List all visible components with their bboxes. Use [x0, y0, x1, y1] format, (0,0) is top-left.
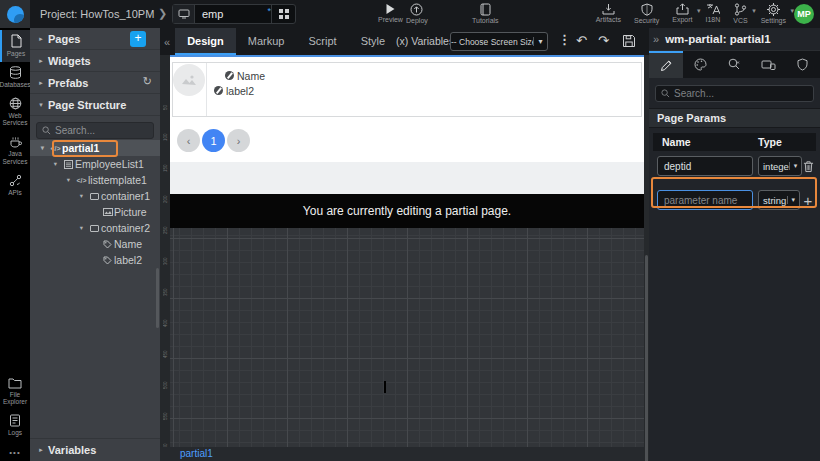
page-params-section-header[interactable]: Page Params — [649, 108, 820, 128]
new-param-name-input[interactable] — [657, 190, 753, 210]
tree-item-listtemplate1[interactable]: ▾ </> listtemplate1 — [30, 172, 160, 188]
tab-properties[interactable] — [649, 51, 683, 78]
chevron-right-icon[interactable]: ❯ — [158, 7, 167, 20]
tab-search-properties[interactable] — [717, 51, 751, 78]
delete-param-button[interactable] — [802, 160, 816, 173]
properties-search[interactable] — [655, 85, 814, 102]
undo-button[interactable]: ↶ — [576, 33, 587, 48]
deploy-icon — [410, 3, 423, 16]
tab-security-roles[interactable] — [786, 51, 820, 78]
tree-arrow-icon[interactable]: ▾ — [75, 192, 88, 200]
rail-item-java-services[interactable]: Java Services — [0, 131, 30, 170]
properties-search-input[interactable] — [674, 88, 794, 99]
deploy-button[interactable]: Deploy — [406, 3, 428, 24]
param-name-input[interactable] — [657, 156, 753, 176]
shield-outline-icon — [797, 58, 808, 71]
tree-item-picture[interactable]: Picture — [30, 204, 160, 220]
rail-item-file-explorer[interactable]: File Explorer — [0, 373, 30, 411]
tree-item-container2[interactable]: ▾ container2 — [30, 220, 160, 236]
new-param-type-select[interactable]: string ▾ — [758, 190, 800, 210]
more-options-icon[interactable]: ••• — [0, 448, 30, 457]
book-icon — [480, 3, 491, 16]
tab-devices[interactable] — [752, 51, 786, 78]
structure-search[interactable] — [36, 122, 154, 139]
pagination-next-button[interactable]: › — [227, 129, 250, 152]
param-type-select[interactable]: intege ▾ — [758, 156, 802, 176]
save-button[interactable] — [622, 34, 636, 48]
pagination-page-1[interactable]: 1 — [202, 129, 225, 152]
tree-item-container1[interactable]: ▾ container1 — [30, 188, 160, 204]
settings-button[interactable]: Settings ▾ — [761, 3, 786, 24]
redo-button[interactable]: ↷ — [598, 33, 609, 48]
tab-markup[interactable]: Markup — [236, 28, 297, 55]
vcs-button[interactable]: VCS ▾ — [733, 3, 747, 24]
collapsed-arrow-icon: ► — [38, 80, 48, 86]
tab-design[interactable]: Design — [175, 28, 236, 55]
label2-widget[interactable]: label2 — [207, 83, 641, 98]
caret-down-icon: ▾ — [533, 37, 547, 46]
tab-script[interactable]: Script — [297, 28, 349, 55]
i18n-button[interactable]: I18N — [706, 3, 721, 24]
tab-style[interactable]: Style — [349, 28, 397, 55]
caret-down-icon: ▾ — [787, 196, 799, 204]
collapse-left-panel-icon[interactable]: « — [160, 36, 175, 48]
section-widgets[interactable]: ► Widgets — [30, 50, 160, 72]
wavemaker-logo[interactable] — [0, 0, 30, 28]
pages-grid-icon[interactable] — [271, 5, 295, 23]
section-prefabs[interactable]: ► Prefabs ↻ — [30, 72, 160, 94]
pagination-prev-button[interactable]: ‹ — [177, 129, 200, 152]
rail-item-web-services[interactable]: Web Services — [0, 93, 30, 132]
translate-icon — [706, 3, 720, 15]
gear-icon — [767, 3, 780, 16]
user-avatar[interactable]: MP — [794, 4, 814, 24]
rail-item-apis[interactable]: APIs — [0, 170, 30, 201]
canvas-grid-area[interactable] — [170, 228, 644, 447]
preview-button[interactable]: Preview — [378, 3, 403, 23]
tree-arrow-icon[interactable]: ▾ — [75, 224, 88, 232]
container-icon — [88, 193, 101, 200]
column-header-name: Name — [653, 136, 758, 148]
tree-arrow-icon[interactable]: ▾ — [62, 176, 75, 184]
page-structure-tree: ▾ </> partial1 ▾ EmployeeList1 ▾ </> lis… — [30, 140, 160, 268]
section-pages[interactable]: ► Pages + — [30, 28, 160, 50]
picture-cell[interactable] — [173, 63, 207, 116]
list-item-content: Name label2 — [207, 63, 641, 116]
caret-down-icon: ▾ — [789, 162, 801, 170]
scrollbar-thumb[interactable] — [645, 255, 648, 461]
label-tag-icon — [101, 240, 114, 249]
artifacts-button[interactable]: Artifacts — [596, 3, 621, 24]
caret-down-icon: ▾ — [752, 7, 756, 15]
tree-item-label2[interactable]: label2 — [30, 252, 160, 268]
tree-item-name[interactable]: Name — [30, 236, 160, 252]
expand-right-panel-icon[interactable]: » — [653, 33, 659, 45]
rail-item-databases[interactable]: Databases — [0, 62, 30, 93]
tree-arrow-icon[interactable]: ▾ — [49, 160, 62, 168]
partial-empty-area[interactable] — [170, 162, 644, 194]
open-file-tab[interactable]: emp * — [172, 4, 296, 24]
employee-list-item[interactable]: Name label2 — [172, 62, 642, 117]
tutorials-button[interactable]: Tutorials — [472, 3, 499, 24]
more-menu-icon[interactable]: ⋮ — [558, 32, 571, 47]
rail-item-logs[interactable]: Logs — [0, 410, 30, 441]
api-icon — [9, 174, 22, 187]
partial-page-preview[interactable]: Name label2 ‹ 1 › — [170, 57, 644, 162]
pages-icon — [10, 34, 23, 48]
export-button[interactable]: Export ▾ — [672, 3, 692, 24]
security-button[interactable]: Security — [634, 3, 659, 24]
refresh-icon[interactable]: ↻ — [143, 75, 152, 88]
rail-item-pages[interactable]: Pages — [0, 30, 30, 62]
tree-scrollbar[interactable] — [156, 268, 159, 328]
name-label-widget[interactable]: Name — [207, 68, 641, 83]
screen-size-select[interactable]: -- Choose Screen Size -- ▾ — [450, 32, 548, 51]
add-page-button[interactable]: + — [130, 31, 146, 47]
section-variables[interactable]: ► Variables — [30, 438, 160, 461]
status-partial-link[interactable]: partial1 — [180, 448, 213, 459]
tree-item-partial1[interactable]: ▾ </> partial1 — [30, 140, 160, 156]
add-param-button[interactable]: + — [800, 192, 816, 209]
tree-item-employeelist1[interactable]: ▾ EmployeeList1 — [30, 156, 160, 172]
tab-styles[interactable] — [683, 51, 717, 78]
tree-arrow-icon[interactable]: ▾ — [36, 144, 49, 152]
collapsed-arrow-icon: ► — [38, 58, 48, 64]
section-page-structure[interactable]: ▼ Page Structure — [30, 94, 160, 116]
structure-search-input[interactable] — [55, 125, 145, 136]
